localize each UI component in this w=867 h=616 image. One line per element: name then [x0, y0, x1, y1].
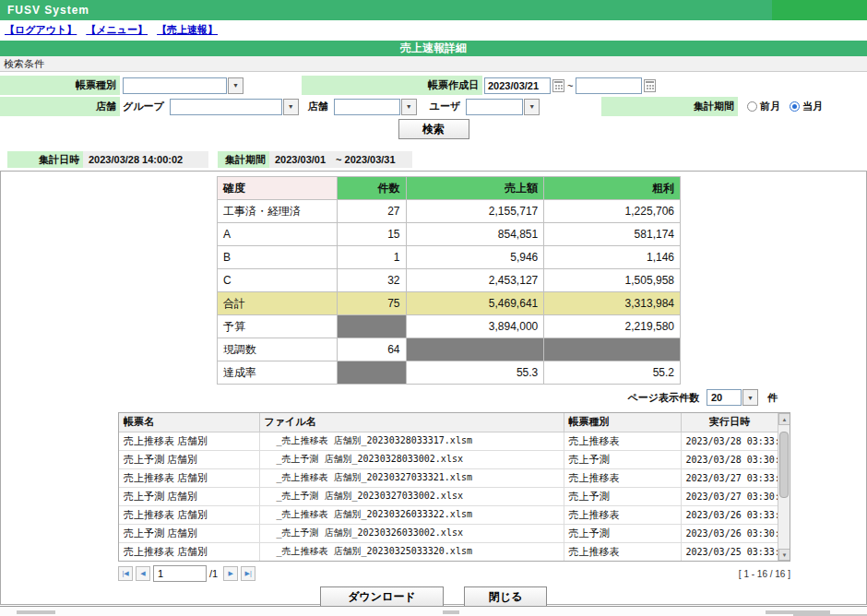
report-type-dropdown-icon[interactable]: ▼ [228, 77, 243, 94]
scroll-up-icon[interactable]: ▲ [778, 413, 790, 425]
user-dropdown-icon[interactable]: ▼ [524, 99, 540, 115]
col-header-uriage: 売上額 [406, 177, 544, 200]
action-buttons-row: ダウンロード 閉じる [1, 586, 866, 607]
cell-label: 達成率 [218, 361, 338, 385]
file-cell: _売上予測 店舗別_20230326033002.xlsx [259, 524, 564, 542]
search-condition-label: 検索条件 [0, 56, 867, 72]
store-combobox: ▼ [334, 99, 417, 115]
clipped-background-content [0, 606, 867, 616]
cell-sales: 2,155,717 [406, 200, 544, 223]
file-cell: _売上予測 店舗別_20230325033002.xlsx [259, 561, 564, 562]
scrollbar-thumb[interactable] [779, 432, 789, 498]
cell-profit [544, 338, 681, 361]
file-cell: 2023/03/27 03:30:02 [681, 487, 778, 505]
col-header-arari: 粗利 [544, 177, 681, 200]
report-type-input[interactable] [123, 77, 227, 94]
file-cell: 売上予測 [564, 450, 681, 468]
search-button[interactable]: 検索 [398, 119, 469, 139]
cell-count: 15 [337, 223, 406, 246]
cell-label: 工事済・経理済 [218, 200, 338, 223]
search-row-2: 店舗 グループ ▼ 店舗 ▼ ユーザ ▼ 集計期間 前月 当月 [0, 96, 867, 117]
period-prev-month-radio[interactable]: 前月 [747, 100, 780, 113]
search-row-1: 帳票種別 ▼ 帳票作成日 2023/03/21 ~ [0, 75, 867, 96]
pagination-row: |◀ ◀ /1 ▶ ▶| [ 1 - 16 / 16 ] [118, 565, 790, 582]
store-input[interactable] [334, 99, 400, 115]
report-date-from-input[interactable]: 2023/03/21 [484, 77, 551, 94]
logout-link[interactable]: 【ログアウト】 [5, 23, 77, 37]
cell-profit: 1,146 [544, 246, 681, 269]
file-row-7[interactable]: 売上予測 店舗別_売上予測 店舗別_20230325033002.xlsx売上予… [119, 561, 778, 562]
cell-sales: 5,469,641 [406, 292, 544, 315]
cell-label: C [218, 269, 338, 292]
next-page-button[interactable]: ▶ [223, 566, 238, 581]
file-cell: 売上予測 店舗別 [119, 561, 259, 562]
calendar-icon[interactable] [644, 79, 656, 92]
file-row-2[interactable]: 売上推移表 店舗別_売上推移表 店舗別_20230327033321.xlsm売… [119, 468, 778, 487]
report-date-to-input[interactable] [576, 77, 642, 94]
page-number-input[interactable] [153, 565, 207, 582]
file-cell: 売上推移表 店舗別 [119, 468, 259, 487]
file-cell: 2023/03/26 03:30:02 [681, 524, 778, 542]
record-range-label: [ 1 - 16 / 16 ] [739, 569, 790, 579]
file-row-1[interactable]: 売上予測 店舗別_売上予測 店舗別_20230328033002.xlsx売上予… [119, 450, 778, 468]
file-cell: 2023/03/28 03:33:17 [681, 432, 778, 450]
agg-period-value: 2023/03/01 ~ 2023/03/31 [269, 151, 412, 168]
cell-sales: 5,946 [406, 246, 544, 269]
period-current-month-radio[interactable]: 当月 [790, 100, 823, 113]
file-col-type: 帳票種別 [564, 413, 681, 432]
sales-summary-table: 確度 件数 売上額 粗利 工事済・経理済272,155,7171,225,706… [217, 176, 681, 385]
group-label: グループ [123, 100, 164, 113]
nav-links: 【ログアウト】 【メニュー】 【売上速報】 [0, 20, 867, 39]
col-header-kakudo: 確度 [218, 177, 338, 200]
store-group-input[interactable] [170, 99, 282, 115]
file-row-0[interactable]: 売上推移表 店舗別_売上推移表 店舗別_20230328033317.xlsm売… [119, 432, 778, 450]
file-cell: 2023/03/25 03:33:20 [681, 542, 778, 561]
file-cell: 売上予測 店舗別 [119, 487, 259, 505]
sales-report-link[interactable]: 【売上速報】 [157, 23, 218, 37]
file-list-scrollbar[interactable]: ▲ ▼ [778, 413, 790, 561]
file-cell: 売上予測 [564, 487, 681, 505]
cell-label: 予算 [218, 315, 338, 338]
file-row-4[interactable]: 売上推移表 店舗別_売上推移表 店舗別_20230326033322.xlsm売… [119, 505, 778, 524]
store-dropdown-icon[interactable]: ▼ [401, 99, 417, 115]
last-page-button[interactable]: ▶| [241, 566, 255, 581]
app-title: FUSV System [0, 4, 89, 17]
prev-page-button[interactable]: ◀ [136, 566, 150, 581]
first-page-button[interactable]: |◀ [118, 566, 133, 581]
file-cell: 2023/03/27 03:33:21 [681, 468, 778, 487]
page-size-select[interactable]: 20 [707, 389, 742, 406]
file-cell: 売上予測 店舗別 [119, 524, 259, 542]
cell-count: 27 [337, 200, 406, 223]
download-button[interactable]: ダウンロード [320, 586, 444, 607]
page-size-dropdown-icon[interactable]: ▼ [742, 389, 758, 406]
file-cell: _売上予測 店舗別_20230327033002.xlsx [259, 487, 564, 505]
cell-profit: 55.2 [544, 361, 681, 385]
file-col-name: 帳票名 [119, 413, 259, 432]
cell-sales: 55.3 [406, 361, 544, 385]
store-label: 店舗 [0, 97, 120, 116]
cell-label: B [218, 246, 338, 269]
file-col-filename: ファイル名 [259, 413, 564, 432]
user-input[interactable] [466, 99, 523, 115]
user-label: ユーザ [430, 100, 461, 113]
file-row-3[interactable]: 売上予測 店舗別_売上予測 店舗別_20230327033002.xlsx売上予… [119, 487, 778, 505]
col-header-kensu: 件数 [337, 177, 406, 200]
menu-link[interactable]: 【メニュー】 [86, 23, 148, 37]
close-button[interactable]: 閉じる [464, 586, 547, 607]
file-row-6[interactable]: 売上推移表 店舗別_売上推移表 店舗別_20230325033320.xlsm売… [119, 542, 778, 561]
calendar-icon[interactable] [552, 79, 564, 92]
page-size-row: ページ表示件数 20 ▼ 件 [1, 388, 866, 407]
summary-row-5: 予算3,894,0002,219,580 [218, 315, 681, 338]
cell-label: 合計 [218, 292, 338, 315]
file-cell: 2023/03/25 03:30:02 [681, 561, 778, 562]
file-row-5[interactable]: 売上予測 店舗別_売上予測 店舗別_20230326033002.xlsx売上予… [119, 524, 778, 542]
store-group-dropdown-icon[interactable]: ▼ [283, 99, 299, 115]
store-sub-label: 店舗 [308, 100, 328, 113]
file-list-table: 帳票名 ファイル名 帳票種別 実行日時 売上推移表 店舗別_売上推移表 店舗別_… [119, 413, 779, 562]
header-right-segment [772, 0, 867, 20]
scroll-down-icon[interactable]: ▼ [778, 549, 790, 561]
page-title: 売上速報詳細 [0, 41, 867, 56]
date-separator: ~ [567, 80, 573, 91]
cell-label: A [218, 223, 338, 246]
file-cell: 2023/03/28 03:30:02 [681, 450, 778, 468]
